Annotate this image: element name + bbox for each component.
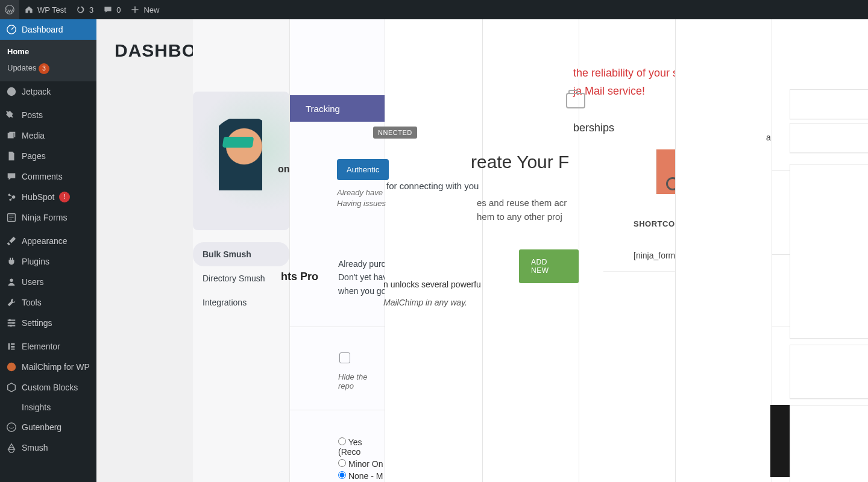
- panel-elementor: reate Your F for connecting with you es …: [482, 19, 579, 482]
- menu-users[interactable]: Users: [0, 272, 96, 292]
- divider: [290, 327, 385, 327]
- menu-label: Media: [22, 131, 45, 140]
- menu-label: Jetpack: [22, 87, 51, 96]
- submenu-updates[interactable]: Updates 3: [0, 60, 96, 78]
- menu-label: Plugins: [22, 257, 49, 266]
- insights-pro-label: hts Pro: [281, 271, 318, 283]
- folder-icon: [566, 93, 585, 108]
- wp-logo[interactable]: [0, 0, 19, 19]
- menu-tools[interactable]: Tools: [0, 292, 96, 313]
- brush-icon: [6, 236, 17, 246]
- panel-ninja: the reliability of your s ja Mail servic…: [579, 19, 675, 482]
- mailchimp-icon: [6, 362, 17, 372]
- text-fragment: when you go: [338, 286, 386, 296]
- menu-appearance[interactable]: Appearance: [0, 231, 96, 251]
- form-icon: [6, 212, 17, 223]
- site-name-label: WP Test: [37, 5, 66, 14]
- menu-hubspot[interactable]: HubSpot !: [0, 187, 96, 207]
- admin-bar: WP Test 3 0 New: [0, 0, 868, 19]
- menu-plugins[interactable]: Plugins: [0, 251, 96, 272]
- tab-tracking[interactable]: Tracking: [290, 95, 385, 122]
- menu-settings[interactable]: Settings: [0, 313, 96, 333]
- menu-label: Tools: [22, 298, 42, 307]
- radio-label: None - M: [348, 471, 383, 481]
- new-content[interactable]: New: [125, 0, 164, 19]
- refresh[interactable]: 3: [71, 0, 98, 19]
- smush-icon: [6, 442, 17, 453]
- gutenberg-icon: [6, 422, 17, 433]
- divider: [290, 410, 385, 410]
- panel-mailchimp: NNECTED himp API key Authentic Already h…: [385, 19, 482, 482]
- svg-point-7: [10, 279, 13, 282]
- submenu-updates-label: Updates: [7, 63, 36, 72]
- nav-bulk-smush[interactable]: Bulk Smush: [193, 242, 289, 266]
- comments[interactable]: 0: [98, 0, 125, 19]
- menu-ninjaforms[interactable]: Ninja Forms: [0, 207, 96, 228]
- menu-dashboard[interactable]: Dashboard: [0, 19, 96, 40]
- section-label: on: [278, 164, 290, 175]
- menu-customblocks[interactable]: Custom Blocks: [0, 377, 96, 398]
- radio-group: Yes (Reco Minor On None - M: [338, 435, 385, 482]
- menu-label: Gutenberg: [22, 422, 61, 432]
- memberships-label: berships: [573, 122, 614, 134]
- menu-label: Comments: [22, 172, 63, 181]
- nav-directory-smush[interactable]: Directory Smush: [193, 266, 289, 290]
- radio-yes[interactable]: Yes (Reco: [338, 437, 385, 457]
- menu-label: Users: [22, 277, 44, 287]
- svg-rect-14: [11, 349, 14, 350]
- menu-mailchimp[interactable]: MailChimp for WP: [0, 357, 96, 377]
- site-name[interactable]: WP Test: [19, 0, 71, 19]
- text-fragment: Don't yet hav: [338, 272, 387, 282]
- plus-icon: [130, 5, 140, 14]
- radio-minor[interactable]: Minor On: [338, 459, 385, 469]
- notice-box: ⊗: [790, 89, 868, 119]
- checkbox-hide[interactable]: [339, 352, 350, 363]
- user-icon: [6, 277, 17, 287]
- menu-label: Insights: [22, 402, 51, 412]
- authenticate-button[interactable]: Authentic: [337, 159, 389, 180]
- menu-label: Smush: [22, 443, 48, 452]
- updates-badge: 3: [39, 63, 49, 74]
- menu-media[interactable]: Media: [0, 125, 96, 146]
- menu-label: Appearance: [22, 236, 68, 246]
- svg-point-15: [7, 363, 16, 371]
- svg-point-17: [9, 447, 14, 452]
- refresh-count: 3: [89, 5, 93, 14]
- menu-label: Elementor: [22, 342, 60, 351]
- status-chip: NNECTED: [373, 127, 417, 139]
- home-icon: [24, 5, 34, 14]
- text-fragment: hem to any other proj: [477, 211, 562, 222]
- menu-label: HubSpot: [22, 192, 54, 202]
- menu-pages[interactable]: Pages: [0, 146, 96, 166]
- menu-comments[interactable]: Comments: [0, 166, 96, 187]
- menu-elementor[interactable]: Elementor: [0, 336, 96, 357]
- notice-box: ⊗: [790, 123, 868, 153]
- panel-insights: Tracking on hts Pro Already purc Don't y…: [289, 19, 385, 482]
- input-placeholder: himp API key: [386, 163, 435, 172]
- menu-insights[interactable]: Insights: [0, 398, 96, 417]
- submenu-home[interactable]: Home: [0, 43, 96, 60]
- svg-point-10: [10, 325, 12, 327]
- text-fragment: a: [766, 133, 771, 142]
- wrench-icon: [6, 297, 17, 308]
- menu-gutenberg[interactable]: Gutenberg: [0, 417, 96, 437]
- shortcode-value: [ninja_form: [634, 251, 675, 260]
- svg-point-9: [12, 322, 14, 324]
- add-new-button[interactable]: ADD NEW: [519, 249, 579, 283]
- svg-rect-12: [11, 343, 14, 345]
- radio-none[interactable]: None - M: [338, 471, 385, 481]
- hubspot-icon: [6, 192, 17, 202]
- svg-point-16: [7, 423, 16, 431]
- menu-jetpack[interactable]: Jetpack: [0, 81, 96, 102]
- shortcode-label: SHORTCO: [634, 219, 675, 228]
- menu-smush[interactable]: Smush: [0, 437, 96, 458]
- new-label: New: [143, 5, 159, 14]
- create-heading: reate Your F: [471, 152, 569, 172]
- hide-hint: Hide the repo: [338, 372, 385, 390]
- hubspot-badge: !: [59, 192, 70, 202]
- menu-posts[interactable]: Posts: [0, 105, 96, 125]
- nav-integrations[interactable]: Integrations: [193, 290, 289, 315]
- plugin-icon: [6, 256, 17, 267]
- sliders-icon: [6, 318, 17, 328]
- menu-label: Pages: [22, 151, 46, 161]
